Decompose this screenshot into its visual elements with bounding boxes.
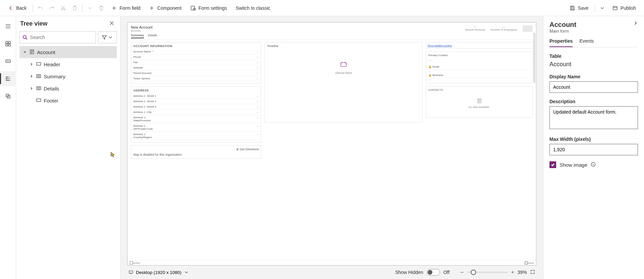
form-field-button[interactable]: Form field	[107, 3, 144, 13]
description-input[interactable]	[549, 106, 638, 129]
tab-icon	[36, 86, 41, 91]
tree-node-header[interactable]: Header	[20, 58, 117, 70]
show-image-checkbox[interactable]: Show image	[549, 161, 638, 168]
tree-title: Tree view	[20, 20, 47, 27]
form-icon	[30, 49, 34, 55]
preview-subtitle: Account	[131, 29, 157, 32]
publish-button[interactable]: Publish	[608, 3, 640, 13]
svg-rect-18	[37, 75, 41, 78]
switch-classic-button[interactable]: Switch to classic	[232, 3, 275, 13]
hamburger-button[interactable]	[0, 19, 16, 34]
description-label: Description	[549, 99, 638, 104]
close-tree-button[interactable]	[109, 21, 114, 27]
publish-label: Publish	[620, 5, 636, 11]
tree-list: Account Header Summary Details	[20, 46, 117, 107]
preview-map-section[interactable]: ⊕ Get Directions Map is disabled for thi…	[131, 145, 261, 159]
tree-node-account[interactable]: Account	[20, 46, 117, 58]
save-icon[interactable]	[525, 261, 528, 265]
section-icon	[36, 98, 41, 104]
properties-panel: Account Main form Properties Events Tabl…	[543, 16, 644, 279]
filter-button[interactable]	[98, 31, 117, 43]
svg-rect-17	[37, 63, 41, 65]
save-dropdown[interactable]	[597, 3, 608, 13]
delete-button[interactable]	[96, 3, 107, 13]
tree-node-label: Summary	[44, 74, 65, 79]
tab-events[interactable]: Events	[579, 38, 594, 47]
form-canvas[interactable]: New Account Account Summary Details ---A…	[127, 22, 536, 266]
paste-dropdown[interactable]	[84, 3, 95, 13]
tree-rail-button[interactable]	[0, 71, 16, 86]
preview-tab-summary[interactable]: Summary	[131, 34, 144, 38]
save-label: Save	[578, 5, 588, 11]
redo-button[interactable]	[46, 3, 57, 13]
search-icon	[23, 35, 27, 40]
svg-rect-6	[613, 6, 617, 10]
tree-node-label: Header	[44, 62, 60, 67]
chevron-down-icon	[108, 35, 113, 40]
form-settings-button[interactable]: Form settings	[186, 3, 231, 13]
separator	[82, 4, 82, 12]
filter-icon	[102, 35, 107, 40]
svg-rect-20	[37, 99, 41, 102]
max-width-input[interactable]	[549, 144, 638, 155]
zoom-value: 39%	[517, 270, 527, 275]
preview-footer: Active Save	[128, 260, 536, 265]
preview-address-section[interactable]: ADDRESS Address 1: Street 1--- Address 1…	[131, 86, 261, 143]
back-label: Back	[16, 5, 27, 11]
show-hidden-toggle[interactable]	[427, 269, 440, 276]
undo-button[interactable]	[35, 3, 46, 13]
preview-account-info-section[interactable]: ACCOUNT INFORMATION Account Name *--- Ph…	[131, 42, 261, 84]
monitor-icon	[129, 270, 133, 275]
zoom-in-button[interactable]: +	[511, 269, 514, 275]
svg-rect-9	[6, 44, 8, 46]
preview-scrollbar[interactable]	[533, 33, 535, 83]
back-button[interactable]: Back	[4, 3, 31, 13]
search-input[interactable]	[30, 35, 93, 40]
fields-rail-button[interactable]: Abc	[0, 54, 16, 69]
canvas-footer: Desktop (1920 x 1080) Show Hidden Off − …	[127, 266, 536, 279]
expand-icon[interactable]	[130, 261, 133, 265]
form-preview: New Account Account Summary Details ---A…	[128, 23, 536, 260]
tab-icon	[36, 74, 41, 79]
components-rail-button[interactable]	[0, 36, 16, 51]
component-button[interactable]: Component	[145, 3, 185, 13]
library-rail-button[interactable]	[0, 89, 16, 104]
form-settings-label: Form settings	[199, 5, 227, 11]
svg-rect-7	[6, 41, 8, 43]
svg-rect-23	[129, 271, 133, 273]
preview-contacts-section[interactable]: CONTACTS No data available.	[426, 86, 533, 118]
props-title: Account	[549, 21, 576, 29]
preview-timeline-section[interactable]: Timeline Almost there	[264, 42, 423, 123]
preview-tab-details[interactable]: Details	[148, 34, 157, 38]
tree-node-footer[interactable]: Footer	[20, 94, 117, 107]
search-input-wrap[interactable]	[20, 31, 96, 43]
preview-primary-contact-section[interactable]: Primary Contact --- 🔒 Email --- 🔒 Busine…	[426, 51, 533, 83]
collapse-panel-button[interactable]	[633, 21, 638, 27]
fit-button[interactable]	[530, 270, 535, 275]
paste-button[interactable]	[69, 3, 80, 13]
zoom-out-button[interactable]: −	[460, 269, 464, 276]
tree-node-label: Details	[44, 86, 59, 91]
timeline-icon	[339, 61, 348, 68]
zoom-slider[interactable]	[467, 272, 508, 273]
info-icon[interactable]	[591, 162, 596, 168]
cut-button[interactable]	[58, 3, 69, 13]
device-selector[interactable]: Desktop (1920 x 1080)	[129, 270, 189, 275]
cursor-icon	[110, 152, 116, 159]
props-subtitle: Main form	[549, 29, 576, 34]
tree-node-details[interactable]: Details	[20, 82, 117, 94]
preview-error-section[interactable]: Error loading control	[426, 42, 533, 49]
tab-properties[interactable]: Properties	[549, 38, 573, 47]
save-button[interactable]: Save	[566, 3, 593, 13]
tree-node-summary[interactable]: Summary	[20, 70, 117, 82]
svg-text:Abc: Abc	[6, 60, 10, 62]
tree-node-label: Account	[37, 49, 55, 55]
svg-rect-21	[341, 63, 346, 67]
display-name-input[interactable]	[549, 81, 638, 93]
max-width-label: Max Width (pixels)	[549, 136, 638, 142]
switch-classic-label: Switch to classic	[236, 5, 271, 11]
top-toolbar: Back Form field Component Form settings …	[0, 0, 644, 16]
table-value: Account	[549, 61, 638, 68]
svg-point-15	[23, 36, 26, 39]
tree-node-label: Footer	[44, 98, 58, 104]
